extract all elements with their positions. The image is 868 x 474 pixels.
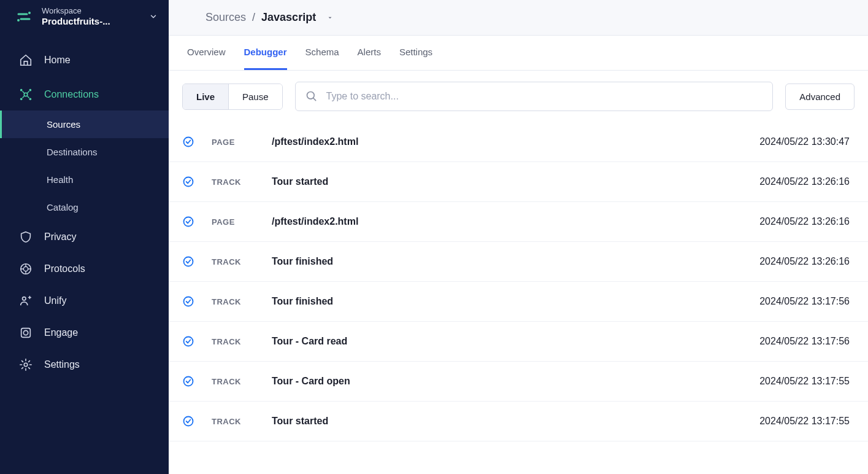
sidebar-item-unify[interactable]: Unify (0, 285, 169, 317)
event-row[interactable]: TRACKTour started2024/05/22 13:26:16 (169, 162, 868, 202)
svg-point-9 (23, 297, 26, 300)
event-list[interactable]: PAGE/pftest/index2.html2024/05/22 13:30:… (169, 122, 868, 474)
svg-point-14 (184, 138, 193, 147)
breadcrumb: Sources / Javascript (205, 11, 868, 24)
tab-debugger[interactable]: Debugger (244, 36, 287, 70)
topbar: Sources / Javascript (169, 0, 868, 36)
event-name: Tour - Card read (272, 336, 742, 347)
svg-point-21 (184, 417, 193, 426)
event-name: Tour started (272, 416, 742, 427)
sidebar-item-connections[interactable]: Connections (0, 79, 169, 111)
breadcrumb-separator: / (252, 11, 255, 24)
pause-button[interactable]: Pause (228, 84, 282, 109)
connections-subnav: Sources Destinations Health Catalog (0, 111, 169, 221)
event-type: PAGE (212, 217, 255, 227)
svg-point-3 (20, 88, 23, 91)
check-circle-icon (182, 136, 194, 148)
engage-icon (18, 325, 33, 340)
sidebar-item-label: Privacy (44, 231, 76, 243)
svg-point-20 (184, 377, 193, 386)
event-row[interactable]: TRACKTour finished2024/05/22 13:17:56 (169, 282, 868, 322)
event-row[interactable]: PAGE/pftest/index2.html2024/05/22 13:26:… (169, 202, 868, 242)
live-button[interactable]: Live (183, 84, 228, 109)
protocols-icon (18, 262, 33, 276)
sidebar-item-home[interactable]: Home (0, 44, 169, 76)
event-row[interactable]: PAGE/pftest/index2.html2024/05/22 13:30:… (169, 122, 868, 162)
tab-schema[interactable]: Schema (305, 36, 339, 70)
sidebar-item-label: Settings (44, 359, 80, 370)
svg-point-8 (23, 266, 28, 271)
breadcrumb-current[interactable]: Javascript (261, 11, 316, 24)
sidebar-item-label: Protocols (44, 263, 85, 274)
event-row[interactable]: TRACKTour - Card open2024/05/22 13:17:55 (169, 362, 868, 402)
svg-point-11 (23, 330, 28, 335)
sidebar-item-sources[interactable]: Sources (0, 111, 169, 138)
sidebar-item-label: Home (44, 55, 71, 66)
tab-overview[interactable]: Overview (187, 36, 226, 70)
sidebar-item-catalog[interactable]: Catalog (0, 193, 169, 221)
sidebar-item-label: Engage (44, 327, 78, 338)
event-timestamp: 2024/05/22 13:26:16 (759, 176, 855, 187)
main-content: Sources / Javascript Overview Debugger S… (169, 0, 868, 474)
svg-point-15 (184, 177, 193, 187)
workspace-switcher[interactable]: Workspace Productfruits-... (0, 0, 169, 36)
check-circle-icon (182, 335, 194, 348)
tab-settings[interactable]: Settings (399, 36, 432, 70)
event-type: TRACK (212, 337, 255, 346)
sidebar-item-engage[interactable]: Engage (0, 317, 169, 349)
tab-alerts[interactable]: Alerts (358, 36, 381, 70)
search-icon (305, 90, 318, 103)
sidebar-item-protocols[interactable]: Protocols (0, 253, 169, 285)
sidebar-item-destinations[interactable]: Destinations (0, 138, 169, 166)
event-timestamp: 2024/05/22 13:17:56 (759, 296, 855, 307)
event-name: Tour finished (272, 256, 742, 267)
svg-point-5 (20, 98, 23, 100)
event-type: TRACK (212, 177, 255, 187)
search-input[interactable] (326, 91, 763, 102)
svg-point-16 (184, 217, 193, 227)
live-pause-toggle: Live Pause (182, 84, 283, 110)
sidebar-item-label: Unify (44, 295, 66, 306)
check-circle-icon (182, 415, 194, 427)
caret-down-icon[interactable] (327, 15, 333, 21)
breadcrumb-parent[interactable]: Sources (205, 11, 246, 24)
workspace-name: Productfruits-... (42, 16, 110, 27)
check-circle-icon (182, 255, 194, 268)
sidebar-item-settings[interactable]: Settings (0, 349, 169, 381)
svg-rect-10 (21, 328, 31, 337)
svg-point-6 (29, 98, 32, 100)
main-nav: Home Connections Sources Destinations He… (0, 36, 169, 381)
event-type: TRACK (212, 417, 255, 426)
check-circle-icon (182, 295, 194, 308)
shield-icon (18, 230, 33, 244)
segment-logo-icon (15, 7, 33, 26)
event-type: TRACK (212, 297, 255, 306)
svg-point-12 (24, 363, 28, 367)
event-name: Tour - Card open (272, 376, 742, 387)
search-box[interactable] (295, 82, 774, 111)
event-name: /pftest/index2.html (272, 136, 742, 147)
event-timestamp: 2024/05/22 13:26:16 (759, 256, 855, 267)
event-timestamp: 2024/05/22 13:17:55 (759, 376, 855, 387)
event-row[interactable]: TRACKTour finished2024/05/22 13:26:16 (169, 242, 868, 282)
sidebar-item-privacy[interactable]: Privacy (0, 221, 169, 253)
sidebar-item-health[interactable]: Health (0, 166, 169, 193)
event-timestamp: 2024/05/22 13:26:16 (759, 216, 855, 227)
event-timestamp: 2024/05/22 13:17:55 (759, 416, 855, 427)
event-type: TRACK (212, 377, 255, 386)
svg-point-19 (184, 337, 193, 346)
event-type: PAGE (212, 138, 255, 147)
event-timestamp: 2024/05/22 13:30:47 (759, 136, 855, 147)
event-name: Tour started (272, 176, 742, 187)
svg-point-17 (184, 257, 193, 266)
advanced-button[interactable]: Advanced (785, 84, 855, 110)
svg-point-1 (17, 19, 20, 21)
unify-icon (18, 293, 33, 308)
source-tabs: Overview Debugger Schema Alerts Settings (169, 36, 868, 71)
event-row[interactable]: TRACKTour - Card read2024/05/22 13:17:56 (169, 322, 868, 362)
svg-point-18 (184, 297, 193, 306)
sidebar: Workspace Productfruits-... Home (0, 0, 169, 474)
event-name: Tour finished (272, 296, 742, 307)
event-timestamp: 2024/05/22 13:17:56 (759, 336, 855, 347)
event-row[interactable]: TRACKTour started2024/05/22 13:17:55 (169, 402, 868, 441)
